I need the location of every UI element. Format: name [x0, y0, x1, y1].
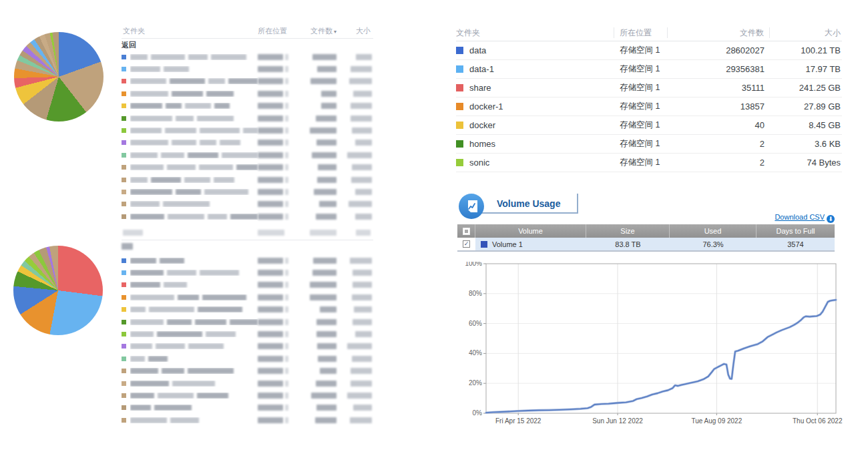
redacted-text: [258, 54, 283, 60]
volume-row[interactable]: ✓ Volume 1 83.8 TB 76.3% 3574: [457, 238, 835, 252]
redacted-text: [130, 393, 154, 399]
redacted-text: [313, 258, 337, 264]
folder-row-redacted[interactable]: [122, 254, 373, 266]
folder-row-redacted[interactable]: [122, 279, 373, 291]
column-header-size[interactable]: 大小: [770, 27, 842, 38]
volume-checkbox[interactable]: ✓: [463, 240, 470, 248]
folder-row-redacted[interactable]: [122, 75, 373, 87]
folder-size-pie-chart-top[interactable]: [14, 32, 103, 122]
column-header-folder[interactable]: 文件夹: [122, 26, 258, 36]
column-header-size[interactable]: 大小: [337, 26, 373, 36]
redacted-text: [285, 393, 288, 399]
redacted-text: [130, 417, 167, 423]
volume-usage-chart-icon: [458, 193, 485, 222]
folder-row-redacted[interactable]: [122, 162, 373, 174]
folder-row-redacted[interactable]: [122, 266, 373, 278]
folder-row-redacted[interactable]: [122, 414, 373, 426]
volume-size: 83.8 TB: [586, 240, 670, 248]
redacted-text: [258, 306, 283, 312]
redacted-text: [130, 214, 164, 220]
volume-days-to-full: 3574: [756, 240, 835, 248]
redacted-text: [222, 152, 258, 158]
redacted-text: [285, 164, 288, 170]
folder-row-redacted[interactable]: [122, 353, 373, 365]
folder-row-redacted[interactable]: [122, 87, 373, 99]
folder-row[interactable]: data-1存储空间 12935638117.97 TB: [456, 60, 842, 79]
folder-row-redacted[interactable]: [122, 402, 373, 414]
redacted-text: [355, 140, 372, 146]
folder-row-redacted[interactable]: [122, 137, 373, 149]
folder-row-redacted[interactable]: [122, 174, 373, 186]
folder-row-redacted[interactable]: [122, 149, 373, 161]
select-all-checkbox[interactable]: [463, 228, 470, 235]
redacted-text: [316, 140, 337, 146]
redacted-text: [258, 152, 283, 158]
folder-row-redacted[interactable]: [122, 198, 373, 210]
column-header-folder[interactable]: 文件夹: [456, 27, 614, 38]
folder-color-chip: [456, 159, 463, 166]
column-header-location[interactable]: 所在位置: [258, 26, 296, 36]
redacted-text: [311, 393, 337, 399]
back-link-redacted[interactable]: [122, 240, 142, 252]
redacted-text: [351, 103, 372, 109]
folder-row-redacted[interactable]: [122, 377, 373, 389]
folder-row[interactable]: sonic存储空间 1274 Bytes: [456, 154, 842, 172]
folder-row-redacted[interactable]: [122, 291, 373, 303]
folder-row[interactable]: docker存储空间 1408.45 GB: [456, 116, 842, 135]
redacted-link-text: [122, 243, 133, 250]
redacted-text: [148, 356, 168, 362]
folder-row-redacted[interactable]: [122, 124, 373, 136]
redacted-text: [355, 189, 372, 195]
folder-row-redacted[interactable]: [122, 316, 373, 328]
column-header-location[interactable]: 所在位置: [614, 27, 668, 38]
folder-row-redacted[interactable]: [122, 112, 373, 124]
folder-row-redacted[interactable]: [122, 63, 373, 75]
redacted-text: [172, 381, 216, 387]
folder-row-redacted[interactable]: [122, 328, 373, 340]
folder-row-redacted[interactable]: [122, 389, 373, 401]
volume-usage-table: Volume Size Used Days to Full ✓ Volume 1…: [457, 224, 835, 252]
folder-row-redacted[interactable]: [122, 186, 373, 198]
redacted-text: [316, 331, 337, 337]
redacted-text: [197, 393, 228, 399]
folder-row-redacted[interactable]: [122, 100, 373, 112]
download-icon[interactable]: ⬇: [827, 215, 835, 223]
folder-color-chip: [456, 103, 463, 110]
column-header-volume: Volume: [475, 224, 586, 238]
column-header-filecount[interactable]: 文件数: [668, 27, 770, 38]
folder-row[interactable]: share存储空间 135111241.25 GB: [456, 79, 842, 97]
redacted-text: [285, 78, 288, 84]
folder-row[interactable]: homes存储空间 123.6 KB: [456, 135, 842, 154]
redacted-text: [349, 201, 372, 207]
redacted-text: [285, 258, 288, 264]
redacted-text: [258, 78, 283, 84]
folder-row-redacted[interactable]: [122, 340, 373, 353]
folder-size-pie-chart-bottom[interactable]: [13, 246, 103, 335]
redacted-text: [319, 201, 337, 207]
redacted-text: [200, 128, 240, 134]
column-header-filecount[interactable]: 文件数▾: [296, 26, 337, 36]
back-link[interactable]: 返回: [122, 39, 142, 51]
folder-file-count: 35111: [668, 83, 770, 93]
folder-row-redacted[interactable]: [122, 210, 373, 222]
table-header-row: 文件夹 所在位置 文件数 大小: [456, 24, 842, 41]
redacted-text: [321, 103, 337, 109]
folder-row-redacted[interactable]: [122, 51, 373, 63]
redacted-text: [285, 189, 288, 195]
folder-row-redacted[interactable]: [122, 365, 373, 377]
folder-row[interactable]: docker-1存储空间 11385727.89 GB: [456, 97, 842, 116]
redacted-text: [151, 177, 181, 183]
redacted-text: [172, 140, 196, 146]
folder-row[interactable]: data存储空间 128602027100.21 TB: [456, 41, 842, 60]
redacted-text: [285, 356, 288, 362]
redacted-text: [318, 164, 337, 170]
folder-color-chip: [122, 307, 126, 312]
redacted-text: [167, 319, 192, 325]
folder-row-redacted[interactable]: [122, 304, 373, 316]
redacted-text: [130, 282, 160, 288]
redacted-text: [349, 78, 372, 84]
download-csv-link[interactable]: Download CSV: [775, 213, 825, 221]
redacted-text: [347, 393, 372, 399]
redacted-text: [168, 214, 204, 220]
redacted-text: [130, 164, 164, 170]
